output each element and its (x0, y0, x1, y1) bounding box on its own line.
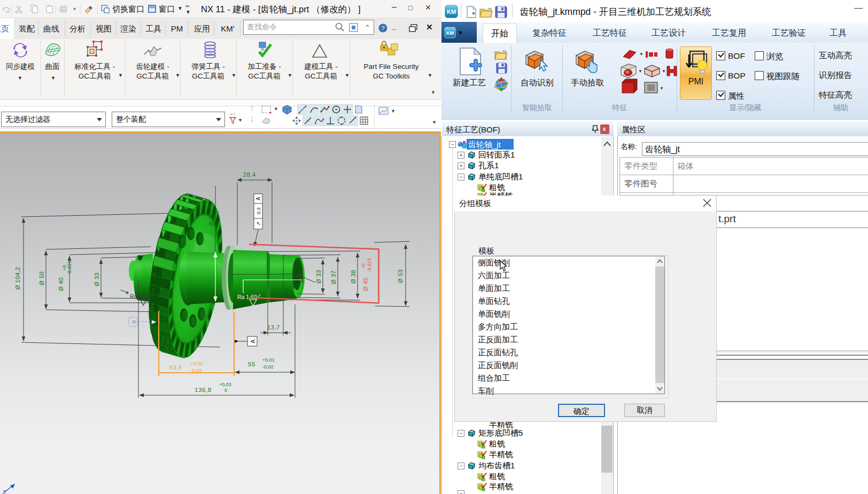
svg-text:28,4: 28,4 (243, 171, 256, 178)
svg-text:A: A (250, 339, 256, 343)
svg-text:-0,02: -0,02 (262, 364, 274, 370)
svg-text:▼: ▼ (662, 69, 666, 74)
svg-text:Ø 45: Ø 45 (208, 213, 214, 226)
svg-text:Ø 40: Ø 40 (58, 277, 64, 291)
svg-text:+0,02: +0,02 (190, 360, 203, 366)
svg-text:+0,01: +0,01 (262, 357, 275, 363)
svg-text:Ø 104,2: Ø 104,2 (14, 267, 21, 290)
svg-text:0.3: 0.3 (255, 207, 261, 214)
svg-text:▼: ▼ (638, 69, 642, 74)
svg-text:↗: ↗ (255, 222, 261, 226)
svg-text:13,7: 13,7 (267, 324, 280, 331)
svg-text:?: ? (381, 25, 384, 32)
svg-text:Z: Z (3, 489, 6, 494)
svg-text:▼: ▼ (639, 52, 644, 57)
svg-text:Ø 38: Ø 38 (350, 270, 356, 284)
svg-text:+0: +0 (361, 263, 366, 269)
svg-text:B: B (131, 320, 137, 323)
svg-text:Ø 53: Ø 53 (397, 269, 404, 283)
svg-text:▼: ▼ (660, 86, 664, 91)
svg-text:Ø 33: Ø 33 (315, 270, 322, 284)
svg-text:Ø 33: Ø 33 (94, 272, 100, 286)
svg-text:Ø 45: Ø 45 (362, 277, 369, 291)
svg-text:+0,03: +0,03 (219, 382, 231, 387)
svg-text:136,8: 136,8 (195, 387, 212, 393)
svg-text:KM: KM (446, 30, 454, 36)
svg-text:63,8: 63,8 (169, 364, 182, 371)
svg-text:Ra 1.60: Ra 1.60 (237, 294, 257, 300)
svg-text:55: 55 (248, 361, 255, 367)
svg-text:-0,025: -0,025 (367, 257, 372, 272)
svg-text:-0,025: -0,025 (67, 260, 72, 275)
svg-text:-0,03: -0,03 (190, 367, 202, 373)
svg-text:Ø 37: Ø 37 (330, 270, 337, 284)
svg-text:Ø 50: Ø 50 (38, 271, 45, 285)
svg-text:0: 0 (224, 388, 227, 393)
svg-text:KM: KM (447, 9, 456, 15)
svg-text:A: A (255, 197, 261, 200)
